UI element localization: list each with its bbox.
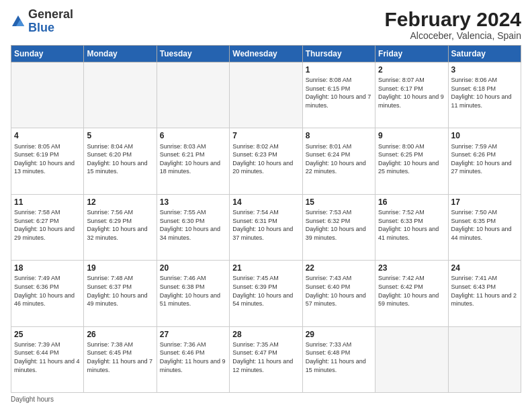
table-row: 10Sunrise: 7:59 AM Sunset: 6:26 PM Dayli… bbox=[448, 128, 521, 194]
table-row: 19Sunrise: 7:48 AM Sunset: 6:37 PM Dayli… bbox=[84, 261, 157, 326]
calendar-table: Sunday Monday Tuesday Wednesday Thursday… bbox=[11, 45, 521, 393]
day-info: Sunrise: 7:41 AM Sunset: 6:43 PM Dayligh… bbox=[451, 274, 518, 308]
day-info: Sunrise: 7:54 AM Sunset: 6:31 PM Dayligh… bbox=[232, 208, 299, 242]
day-info: Sunrise: 7:49 AM Sunset: 6:36 PM Dayligh… bbox=[14, 274, 81, 308]
footer-label: Daylight hours bbox=[11, 396, 54, 403]
day-number: 23 bbox=[378, 263, 445, 273]
table-row: 11Sunrise: 7:58 AM Sunset: 6:27 PM Dayli… bbox=[11, 194, 84, 260]
table-row: 24Sunrise: 7:41 AM Sunset: 6:43 PM Dayli… bbox=[448, 261, 521, 326]
day-info: Sunrise: 7:48 AM Sunset: 6:37 PM Dayligh… bbox=[87, 274, 153, 308]
day-info: Sunrise: 7:55 AM Sunset: 6:30 PM Dayligh… bbox=[160, 208, 226, 242]
day-info: Sunrise: 7:56 AM Sunset: 6:29 PM Dayligh… bbox=[87, 208, 153, 242]
day-info: Sunrise: 7:43 AM Sunset: 6:40 PM Dayligh… bbox=[306, 274, 372, 308]
day-number: 24 bbox=[451, 263, 518, 273]
col-thursday: Thursday bbox=[302, 46, 375, 62]
table-row: 16Sunrise: 7:52 AM Sunset: 6:33 PM Dayli… bbox=[375, 194, 448, 260]
day-info: Sunrise: 8:02 AM Sunset: 6:23 PM Dayligh… bbox=[232, 142, 299, 176]
col-saturday: Saturday bbox=[448, 46, 521, 62]
table-row: 4Sunrise: 8:05 AM Sunset: 6:19 PM Daylig… bbox=[11, 128, 84, 194]
day-number: 29 bbox=[306, 329, 372, 340]
day-number: 18 bbox=[14, 263, 81, 273]
col-monday: Monday bbox=[84, 46, 157, 62]
day-number: 9 bbox=[378, 130, 445, 141]
day-number: 14 bbox=[232, 197, 299, 208]
day-info: Sunrise: 7:50 AM Sunset: 6:35 PM Dayligh… bbox=[451, 208, 518, 242]
table-row: 1Sunrise: 8:08 AM Sunset: 6:15 PM Daylig… bbox=[302, 62, 375, 128]
calendar-week-row: 18Sunrise: 7:49 AM Sunset: 6:36 PM Dayli… bbox=[11, 261, 521, 326]
table-row: 25Sunrise: 7:39 AM Sunset: 6:44 PM Dayli… bbox=[11, 326, 84, 392]
day-number: 17 bbox=[451, 197, 518, 208]
table-row: 13Sunrise: 7:55 AM Sunset: 6:30 PM Dayli… bbox=[157, 194, 229, 260]
day-number: 5 bbox=[87, 130, 153, 141]
col-wednesday: Wednesday bbox=[230, 46, 302, 62]
day-info: Sunrise: 8:05 AM Sunset: 6:19 PM Dayligh… bbox=[14, 142, 81, 176]
day-number: 16 bbox=[378, 197, 445, 208]
table-row: 8Sunrise: 8:01 AM Sunset: 6:24 PM Daylig… bbox=[302, 128, 375, 194]
day-number: 15 bbox=[306, 197, 372, 208]
day-number: 26 bbox=[87, 329, 153, 340]
calendar-week-row: 1Sunrise: 8:08 AM Sunset: 6:15 PM Daylig… bbox=[11, 62, 521, 128]
day-info: Sunrise: 8:04 AM Sunset: 6:20 PM Dayligh… bbox=[87, 142, 153, 176]
location-subtitle: Alcoceber, Valencia, Spain bbox=[385, 30, 521, 41]
day-number: 3 bbox=[451, 64, 518, 75]
table-row bbox=[157, 62, 229, 128]
table-row: 29Sunrise: 7:33 AM Sunset: 6:48 PM Dayli… bbox=[302, 326, 375, 392]
logo: General Blue bbox=[11, 8, 73, 35]
day-info: Sunrise: 7:59 AM Sunset: 6:26 PM Dayligh… bbox=[451, 142, 518, 176]
day-number: 13 bbox=[160, 197, 226, 208]
table-row: 26Sunrise: 7:38 AM Sunset: 6:45 PM Dayli… bbox=[84, 326, 157, 392]
col-sunday: Sunday bbox=[11, 46, 84, 62]
day-info: Sunrise: 8:06 AM Sunset: 6:18 PM Dayligh… bbox=[451, 76, 518, 109]
col-friday: Friday bbox=[375, 46, 448, 62]
logo-blue: Blue bbox=[28, 21, 54, 34]
day-info: Sunrise: 8:00 AM Sunset: 6:25 PM Dayligh… bbox=[378, 142, 445, 176]
table-row: 3Sunrise: 8:06 AM Sunset: 6:18 PM Daylig… bbox=[448, 62, 521, 128]
logo-icon bbox=[11, 14, 26, 29]
table-row: 9Sunrise: 8:00 AM Sunset: 6:25 PM Daylig… bbox=[375, 128, 448, 194]
table-row bbox=[375, 326, 448, 392]
table-row bbox=[84, 62, 157, 128]
day-info: Sunrise: 8:07 AM Sunset: 6:17 PM Dayligh… bbox=[378, 76, 445, 109]
day-info: Sunrise: 7:42 AM Sunset: 6:42 PM Dayligh… bbox=[378, 274, 445, 308]
day-info: Sunrise: 7:35 AM Sunset: 6:47 PM Dayligh… bbox=[232, 340, 299, 374]
title-block: February 2024 Alcoceber, Valencia, Spain bbox=[385, 8, 521, 41]
day-number: 12 bbox=[87, 197, 153, 208]
day-info: Sunrise: 8:01 AM Sunset: 6:24 PM Dayligh… bbox=[306, 142, 372, 176]
day-number: 27 bbox=[160, 329, 226, 340]
day-number: 28 bbox=[232, 329, 299, 340]
table-row: 7Sunrise: 8:02 AM Sunset: 6:23 PM Daylig… bbox=[230, 128, 302, 194]
table-row: 27Sunrise: 7:36 AM Sunset: 6:46 PM Dayli… bbox=[157, 326, 229, 392]
calendar-week-row: 25Sunrise: 7:39 AM Sunset: 6:44 PM Dayli… bbox=[11, 326, 521, 392]
day-number: 1 bbox=[306, 64, 372, 75]
calendar-week-row: 11Sunrise: 7:58 AM Sunset: 6:27 PM Dayli… bbox=[11, 194, 521, 260]
table-row: 20Sunrise: 7:46 AM Sunset: 6:38 PM Dayli… bbox=[157, 261, 229, 326]
day-info: Sunrise: 7:45 AM Sunset: 6:39 PM Dayligh… bbox=[232, 274, 299, 308]
table-row: 5Sunrise: 8:04 AM Sunset: 6:20 PM Daylig… bbox=[84, 128, 157, 194]
day-number: 21 bbox=[232, 263, 299, 273]
day-info: Sunrise: 7:36 AM Sunset: 6:46 PM Dayligh… bbox=[160, 340, 226, 374]
day-number: 10 bbox=[451, 130, 518, 141]
day-number: 20 bbox=[160, 263, 226, 273]
day-info: Sunrise: 7:53 AM Sunset: 6:32 PM Dayligh… bbox=[306, 208, 372, 242]
table-row: 21Sunrise: 7:45 AM Sunset: 6:39 PM Dayli… bbox=[230, 261, 302, 326]
table-row: 18Sunrise: 7:49 AM Sunset: 6:36 PM Dayli… bbox=[11, 261, 84, 326]
day-info: Sunrise: 8:03 AM Sunset: 6:21 PM Dayligh… bbox=[160, 142, 226, 176]
col-tuesday: Tuesday bbox=[157, 46, 229, 62]
day-number: 4 bbox=[14, 130, 81, 141]
day-number: 8 bbox=[306, 130, 372, 141]
day-info: Sunrise: 7:39 AM Sunset: 6:44 PM Dayligh… bbox=[14, 340, 81, 374]
day-number: 11 bbox=[14, 197, 81, 208]
day-number: 25 bbox=[14, 329, 81, 340]
calendar-week-row: 4Sunrise: 8:05 AM Sunset: 6:19 PM Daylig… bbox=[11, 128, 521, 194]
footer: Daylight hours bbox=[11, 396, 521, 403]
table-row: 14Sunrise: 7:54 AM Sunset: 6:31 PM Dayli… bbox=[230, 194, 302, 260]
day-number: 22 bbox=[306, 263, 372, 273]
day-info: Sunrise: 7:52 AM Sunset: 6:33 PM Dayligh… bbox=[378, 208, 445, 242]
table-row bbox=[230, 62, 302, 128]
table-row: 22Sunrise: 7:43 AM Sunset: 6:40 PM Dayli… bbox=[302, 261, 375, 326]
calendar-page: General Blue February 2024 Alcoceber, Va… bbox=[0, 0, 532, 411]
table-row: 28Sunrise: 7:35 AM Sunset: 6:47 PM Dayli… bbox=[230, 326, 302, 392]
day-info: Sunrise: 7:38 AM Sunset: 6:45 PM Dayligh… bbox=[87, 340, 153, 374]
day-number: 19 bbox=[87, 263, 153, 273]
day-number: 6 bbox=[160, 130, 226, 141]
